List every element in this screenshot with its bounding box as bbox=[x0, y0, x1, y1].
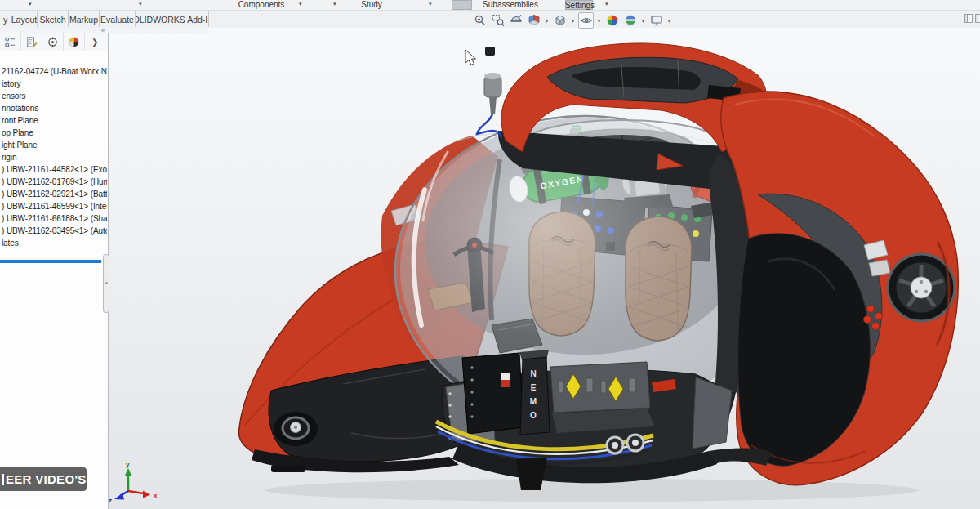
tab-markup[interactable]: Markup bbox=[69, 11, 100, 27]
configurations-icon[interactable] bbox=[42, 33, 64, 51]
panel-split-bar[interactable] bbox=[0, 260, 101, 263]
dropdown-caret-icon[interactable]: ▾ bbox=[429, 1, 432, 7]
tree-item-right-plane[interactable]: ight Plane bbox=[0, 139, 107, 151]
dropdown-caret-icon[interactable]: ▾ bbox=[29, 1, 32, 7]
command-settings: Settings bbox=[565, 1, 595, 10]
view-selector-icon[interactable] bbox=[526, 12, 541, 29]
tree-item-mates[interactable]: lates bbox=[0, 237, 107, 249]
tab-assembly-partial[interactable]: y bbox=[0, 11, 11, 27]
feature-tree: 21162-04724 (U-Boat Worx NEMO) istory en… bbox=[0, 65, 107, 249]
tab-evaluate[interactable]: Evaluate bbox=[100, 11, 136, 27]
panel-splitter-handle[interactable] bbox=[103, 254, 109, 313]
featuremanager-tree-icon[interactable] bbox=[0, 33, 21, 51]
view-orientation-icon[interactable] bbox=[552, 12, 568, 29]
dropdown-caret-icon[interactable]: ▾ bbox=[605, 1, 608, 7]
tab-solidworks-add-ins[interactable]: SOLIDWORKS Add-Ins bbox=[136, 11, 209, 27]
zoom-to-fit-icon[interactable] bbox=[472, 12, 488, 29]
commandmanager-collapse-strip[interactable] bbox=[0, 27, 207, 33]
panel-tab-bar: ❯ bbox=[0, 33, 108, 51]
tree-item-front-plane[interactable]: ront Plane bbox=[0, 114, 107, 127]
dropdown-caret-icon[interactable]: ▾ bbox=[299, 1, 302, 7]
displaymanager-icon[interactable] bbox=[64, 33, 85, 51]
pressed-command-button[interactable] bbox=[452, 0, 472, 10]
section-view-icon[interactable] bbox=[508, 12, 523, 29]
tree-root-assembly[interactable]: 21162-04724 (U-Boat Worx NEMO) bbox=[0, 65, 107, 78]
dropdown-caret-icon[interactable]: ▾ bbox=[139, 1, 142, 7]
tab-layout[interactable]: Layout bbox=[11, 11, 38, 27]
view-settings-icon[interactable] bbox=[648, 12, 664, 29]
zoom-to-area-icon[interactable] bbox=[490, 12, 506, 29]
tree-item-origin[interactable]: rigin bbox=[0, 151, 107, 163]
dropdown-caret-icon[interactable]: ▾ bbox=[544, 18, 550, 24]
dropdown-caret-icon[interactable]: ▾ bbox=[640, 18, 646, 24]
dropdown-caret-icon[interactable]: ▾ bbox=[596, 18, 602, 24]
tree-item-history[interactable]: istory bbox=[0, 78, 107, 90]
panel-expand-icon[interactable]: ❯ bbox=[91, 38, 98, 47]
tree-item-shape[interactable]: ) UBW-21161-66188<1> (Shape Ele bbox=[0, 212, 107, 225]
command-subassemblies[interactable]: Subassemblies bbox=[483, 0, 538, 9]
tree-item-human[interactable]: ) UBW-21162-01769<1> (Human P bbox=[0, 176, 107, 188]
dropdown-caret-icon[interactable]: ▾ bbox=[570, 18, 576, 24]
edit-appearance-icon[interactable] bbox=[604, 12, 620, 29]
command-manager-row: ▾ ▾ Components ▾ ▾ Study ▾ Subassemblies… bbox=[0, 0, 980, 11]
solidworks-app: { "top_bar": { "labels": [ { "text": "Co… bbox=[0, 0, 980, 509]
video-watermark[interactable]: EER VIDEO'S bbox=[0, 467, 87, 491]
tab-sketch[interactable]: Sketch bbox=[38, 11, 69, 27]
tree-item-battery[interactable]: ) UBW-21162-02921<1> (Battery Sy bbox=[0, 188, 107, 200]
propertymanager-icon[interactable] bbox=[21, 33, 42, 51]
command-study[interactable]: Study bbox=[361, 0, 382, 9]
featuremanager-panel: ❯ 21162-04724 (U-Boat Worx NEMO) istory … bbox=[0, 33, 109, 509]
hide-show-items-icon[interactable] bbox=[578, 12, 594, 29]
tree-item-autocontrol[interactable]: ) UBW-21162-03495<1> (Auto Con bbox=[0, 225, 107, 237]
tree-item-annotations[interactable]: nnotations bbox=[0, 102, 107, 114]
tree-item-sensors[interactable]: ensors bbox=[0, 90, 107, 102]
graphics-viewport[interactable] bbox=[104, 28, 980, 509]
pane-expand-icon[interactable] bbox=[975, 14, 980, 23]
heads-up-view-toolbar: ▾ ▾ ▾ ▾ ▾ bbox=[472, 11, 672, 29]
tree-item-top-plane[interactable]: op Plane bbox=[0, 127, 107, 139]
command-components[interactable]: Components bbox=[238, 0, 285, 9]
watermark-label: EER VIDEO'S bbox=[6, 472, 87, 486]
tree-item-exostructure[interactable]: ) UBW-21161-44582<1> (Exostruct bbox=[0, 163, 107, 176]
tree-item-interior[interactable]: ) UBW-21161-46599<1> (Interior) bbox=[0, 200, 107, 212]
apply-scene-icon[interactable] bbox=[622, 12, 638, 29]
pane-expand-icon[interactable] bbox=[964, 14, 973, 23]
dropdown-caret-icon[interactable]: ▾ bbox=[333, 1, 336, 7]
dropdown-caret-icon[interactable]: ▾ bbox=[666, 18, 672, 24]
settings-command-button[interactable]: Settings bbox=[565, 0, 593, 10]
